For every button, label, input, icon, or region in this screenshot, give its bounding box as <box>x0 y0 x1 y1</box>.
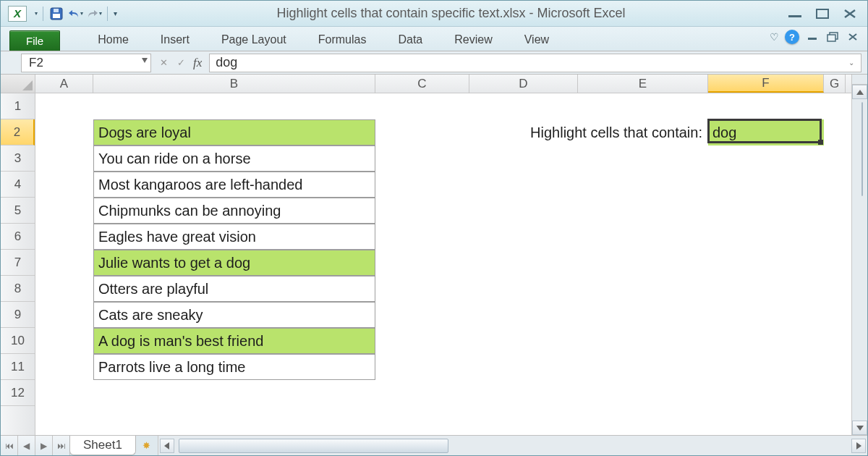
vscroll-thumb[interactable] <box>861 102 863 196</box>
ribbon-tab-home[interactable]: Home <box>82 29 145 51</box>
name-box-value: F2 <box>29 56 43 70</box>
workbook-close-button[interactable] <box>846 30 860 43</box>
ribbon-tab-review[interactable]: Review <box>438 29 508 51</box>
sheet-nav-first[interactable]: ⏮ <box>1 436 18 455</box>
cell-B3[interactable]: You can ride on a horse <box>93 145 375 172</box>
cell-B8[interactable]: Otters are playful <box>93 276 375 302</box>
row-header-5[interactable]: 5 <box>1 198 35 224</box>
file-tab[interactable]: File <box>9 30 60 51</box>
sheet-nav-last[interactable]: ⏭ <box>53 436 70 455</box>
formula-bar-value: dog <box>216 55 237 70</box>
formula-bar-expand-icon[interactable]: ⌄ <box>845 56 858 69</box>
cell-B7[interactable]: Julie wants to get a dog <box>93 250 375 276</box>
app-window: X ▾ ▾ ▾ ▾ Highlight cells that contain s… <box>0 0 868 456</box>
cell-F2[interactable]: dog <box>708 119 824 145</box>
row-header-9[interactable]: 9 <box>1 302 35 328</box>
help-button[interactable]: ? <box>785 30 799 44</box>
workbook-minimize-button[interactable] <box>805 30 820 43</box>
worksheet-area: ABCDEFG 123456789101112 Dogs are loyalYo… <box>1 75 867 435</box>
column-header-E[interactable]: E <box>578 75 708 93</box>
confirm-edit-button: ✓ <box>173 55 189 71</box>
ribbon-tab-formulas[interactable]: Formulas <box>302 29 383 51</box>
scroll-up-button[interactable] <box>852 85 867 99</box>
sheet-nav-next[interactable]: ▶ <box>35 436 53 455</box>
name-box-dropdown-icon[interactable] <box>142 58 148 63</box>
cell-B4[interactable]: Most kangaroos are left-handed <box>93 172 375 198</box>
cell-E2-label[interactable]: Highlight cells that contain: <box>375 119 708 145</box>
horizontal-scrollbar[interactable] <box>158 436 867 455</box>
ribbon-minimize-icon[interactable]: ♡ <box>770 31 779 43</box>
svg-rect-5 <box>808 38 817 40</box>
column-header-C[interactable]: C <box>375 75 469 93</box>
window-title: Highlight cells that contain specific te… <box>117 6 785 21</box>
scroll-left-button[interactable] <box>160 439 174 453</box>
row-header-11[interactable]: 11 <box>1 354 35 380</box>
cells-canvas[interactable]: Dogs are loyalYou can ride on a horseMos… <box>35 93 867 435</box>
select-all-button[interactable] <box>1 75 35 93</box>
hscroll-thumb[interactable] <box>179 439 448 453</box>
minimize-button[interactable] <box>785 7 805 20</box>
formula-bar[interactable]: dog ⌄ <box>209 54 861 72</box>
scroll-right-button[interactable] <box>851 439 866 453</box>
column-header-A[interactable]: A <box>35 75 93 93</box>
row-header-3[interactable]: 3 <box>1 145 35 172</box>
svg-rect-7 <box>827 35 835 41</box>
column-header-F[interactable]: F <box>708 75 824 93</box>
column-header-B[interactable]: B <box>93 75 375 93</box>
scroll-down-button[interactable] <box>852 421 867 435</box>
column-header-D[interactable]: D <box>469 75 578 93</box>
column-header-G[interactable]: G <box>824 75 846 93</box>
svg-rect-4 <box>817 9 828 18</box>
sheet-nav-prev[interactable]: ◀ <box>18 436 35 455</box>
close-button[interactable] <box>840 7 860 20</box>
column-header-row: ABCDEFG <box>1 75 867 93</box>
cell-B9[interactable]: Cats are sneaky <box>93 302 375 328</box>
row-header-2[interactable]: 2 <box>1 119 35 145</box>
name-box[interactable]: F2 <box>21 54 151 72</box>
ribbon-tab-data[interactable]: Data <box>382 29 438 51</box>
redo-button[interactable]: ▾ <box>86 6 102 22</box>
row-header-8[interactable]: 8 <box>1 276 35 302</box>
cell-B6[interactable]: Eagles have great vision <box>93 224 375 250</box>
ribbon-tab-page-layout[interactable]: Page Layout <box>205 29 302 51</box>
row-header-12[interactable]: 12 <box>1 380 35 406</box>
save-button[interactable] <box>48 6 64 22</box>
sheet-tab-sheet1[interactable]: Sheet1 <box>69 436 136 455</box>
cell-B11[interactable]: Parrots live a long time <box>93 354 375 380</box>
row-header-6[interactable]: 6 <box>1 224 35 250</box>
row-header-10[interactable]: 10 <box>1 328 35 354</box>
split-handle[interactable] <box>852 75 867 85</box>
svg-rect-3 <box>788 15 801 17</box>
hscroll-track[interactable] <box>176 439 850 453</box>
cancel-edit-button: ✕ <box>156 55 171 71</box>
ribbon-tab-insert[interactable]: Insert <box>145 29 205 51</box>
row-header-1[interactable]: 1 <box>1 93 35 119</box>
maximize-button[interactable] <box>812 7 833 20</box>
ribbon-tab-bar: File HomeInsertPage LayoutFormulasDataRe… <box>1 27 867 51</box>
vertical-scrollbar[interactable] <box>851 75 867 435</box>
row-header-7[interactable]: 7 <box>1 250 35 276</box>
sheet-tab-bar: ⏮ ◀ ▶ ⏭ Sheet1 ✸ <box>1 435 867 455</box>
cell-B5[interactable]: Chipmunks can be annoying <box>93 198 375 224</box>
excel-app-icon[interactable]: X <box>8 6 27 22</box>
window-controls <box>785 7 860 20</box>
cell-B2[interactable]: Dogs are loyal <box>93 119 375 145</box>
ribbon-tab-view[interactable]: View <box>509 29 565 51</box>
undo-button[interactable]: ▾ <box>67 6 83 22</box>
insert-function-button[interactable]: fx <box>193 56 202 70</box>
formula-bar-row: F2 ✕ ✓ fx dog ⌄ <box>1 51 867 75</box>
new-sheet-button[interactable]: ✸ <box>136 436 158 455</box>
quick-access-toolbar: X ▾ ▾ ▾ ▾ <box>8 6 117 22</box>
row-header-4[interactable]: 4 <box>1 172 35 198</box>
svg-rect-2 <box>54 9 59 12</box>
svg-rect-1 <box>53 14 60 18</box>
workbook-restore-button[interactable] <box>825 30 840 43</box>
row-header-column: 123456789101112 <box>1 93 35 435</box>
control-menu-icon[interactable]: ▾ <box>35 10 38 17</box>
titlebar: X ▾ ▾ ▾ ▾ Highlight cells that contain s… <box>1 1 867 27</box>
cell-B10[interactable]: A dog is man's best friend <box>93 328 375 354</box>
